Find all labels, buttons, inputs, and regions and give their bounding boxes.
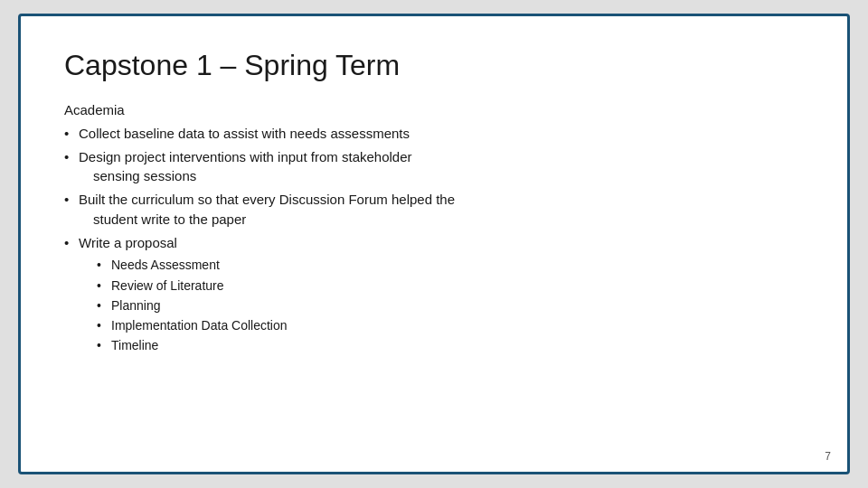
slide: Capstone 1 – Spring Term Academia Collec… <box>18 14 850 474</box>
bullet-item-4: Write a proposal Needs Assessment Review… <box>64 233 804 355</box>
bullet-item-3: Built the curriculum so that every Discu… <box>64 190 804 230</box>
page-number: 7 <box>825 450 831 463</box>
bullet-item-2: Design project interventions with input … <box>64 147 804 187</box>
sub-bullet-item-2: Review of Literature <box>97 277 804 295</box>
slide-content: Academia Collect baseline data to assist… <box>64 100 804 446</box>
bullet-item-1: Collect baseline data to assist with nee… <box>64 124 804 144</box>
slide-title: Capstone 1 – Spring Term <box>64 49 804 82</box>
sub-bullet-item-4: Implementation Data Collection <box>97 316 804 334</box>
sub-bullet-item-5: Timeline <box>97 336 804 354</box>
main-bullet-list: Collect baseline data to assist with nee… <box>64 124 804 355</box>
sub-bullet-item-1: Needs Assessment <box>97 256 804 274</box>
sub-bullet-list: Needs Assessment Review of Literature Pl… <box>97 256 804 354</box>
sub-bullet-item-3: Planning <box>97 296 804 314</box>
section-label: Academia <box>64 100 804 120</box>
